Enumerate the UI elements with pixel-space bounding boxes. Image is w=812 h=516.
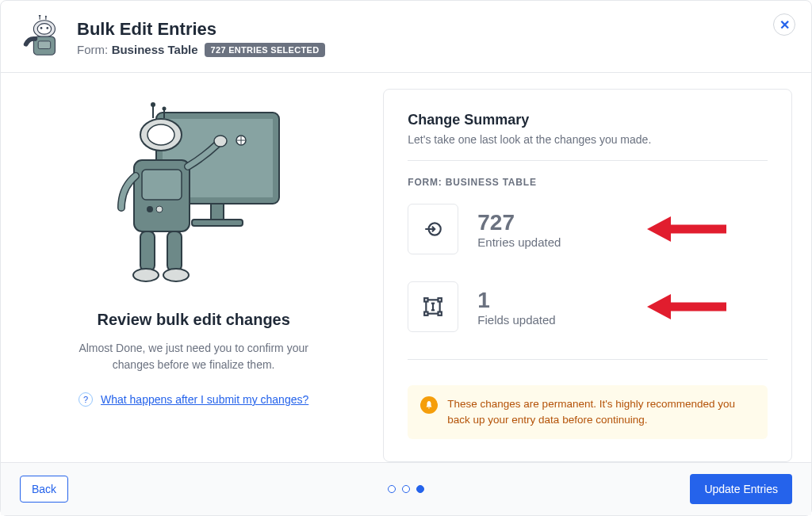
- svg-rect-13: [192, 220, 243, 226]
- bell-icon: [420, 396, 438, 414]
- svg-rect-28: [140, 231, 155, 271]
- entries-count: 727: [477, 210, 561, 235]
- step-dot-2[interactable]: [402, 485, 410, 493]
- help-link[interactable]: What happens after I submit my changes?: [101, 393, 308, 406]
- form-prefix-label: Form: Business Table: [77, 43, 198, 57]
- svg-point-3: [46, 27, 48, 29]
- close-button[interactable]: ✕: [773, 13, 795, 36]
- review-description: Almost Done, we just need you to confirm…: [59, 340, 328, 373]
- svg-point-31: [163, 269, 189, 281]
- summary-section-label: FORM: BUSINESS TABLE: [408, 177, 768, 188]
- svg-rect-37: [439, 312, 442, 315]
- entries-selected-badge: 727 ENTRIES SELECTED: [205, 43, 326, 57]
- divider: [408, 160, 768, 161]
- modal-header: Bulk Edit Entries Form: Business Table 7…: [1, 1, 811, 73]
- divider: [408, 359, 768, 360]
- summary-title: Change Summary: [408, 112, 768, 128]
- astronaut-screen-illustration: [102, 97, 285, 295]
- step-dot-1[interactable]: [388, 485, 396, 493]
- svg-rect-12: [211, 204, 224, 220]
- annotation-arrow-icon: [647, 293, 726, 321]
- step-dot-3[interactable]: [416, 485, 424, 493]
- svg-point-25: [147, 206, 153, 212]
- annotation-arrow-icon: [647, 216, 726, 243]
- svg-rect-9: [38, 41, 50, 49]
- update-entries-button[interactable]: Update Entries: [690, 474, 792, 504]
- warning-banner: These changes are permanent. It's highly…: [408, 385, 768, 440]
- svg-rect-29: [167, 231, 182, 271]
- svg-point-22: [163, 107, 167, 111]
- help-icon: ?: [79, 392, 93, 407]
- svg-point-2: [40, 27, 43, 29]
- warning-text: These changes are permanent. It's highly…: [447, 396, 755, 429]
- svg-point-5: [39, 15, 41, 17]
- fields-icon: [408, 281, 458, 332]
- back-button[interactable]: Back: [20, 476, 68, 503]
- entries-stat-text: 727 Entries updated: [477, 210, 561, 249]
- entries-label: Entries updated: [477, 235, 561, 249]
- svg-point-27: [214, 136, 227, 147]
- entries-updated-stat: 727 Entries updated: [408, 204, 768, 254]
- summary-subtitle: Let's take one last look at the changes …: [408, 133, 768, 146]
- review-title: Review bulk edit changes: [97, 311, 289, 329]
- svg-point-1: [37, 24, 51, 35]
- fields-count: 1: [477, 288, 555, 313]
- step-indicator: [388, 485, 424, 493]
- header-titles: Bulk Edit Entries Form: Business Table 7…: [77, 19, 792, 57]
- help-link-row: ? What happens after I submit my changes…: [79, 392, 308, 407]
- modal-title: Bulk Edit Entries: [77, 19, 792, 40]
- modal-body: Review bulk edit changes Almost Done, we…: [1, 73, 811, 462]
- svg-point-26: [156, 206, 163, 212]
- fields-updated-stat: 1 Fields updated: [408, 281, 768, 332]
- left-panel: Review bulk edit changes Almost Done, we…: [20, 89, 367, 462]
- svg-rect-36: [424, 312, 427, 315]
- svg-rect-24: [142, 170, 182, 200]
- svg-point-18: [147, 124, 174, 145]
- svg-rect-35: [439, 298, 442, 301]
- fields-label: Fields updated: [477, 313, 555, 327]
- svg-point-30: [133, 269, 159, 281]
- header-subline: Form: Business Table 727 ENTRIES SELECTE…: [77, 43, 792, 57]
- fields-stat-text: 1 Fields updated: [477, 288, 555, 327]
- svg-point-20: [151, 102, 155, 107]
- astronaut-avatar-icon: [20, 15, 66, 61]
- bulk-edit-modal: Bulk Edit Entries Form: Business Table 7…: [0, 0, 812, 516]
- svg-point-7: [45, 16, 47, 17]
- modal-footer: Back Update Entries: [1, 462, 811, 515]
- change-summary-panel: Change Summary Let's take one last look …: [383, 89, 792, 462]
- svg-rect-34: [424, 298, 427, 301]
- close-icon: ✕: [779, 17, 790, 32]
- entries-icon: [408, 204, 458, 254]
